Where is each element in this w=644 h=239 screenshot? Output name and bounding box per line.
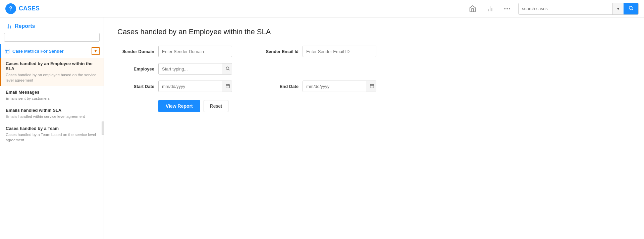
search-submit-button[interactable] (624, 3, 638, 14)
svg-rect-8 (5, 49, 9, 53)
end-date-calendar-button[interactable] (366, 81, 376, 92)
svg-point-3 (629, 6, 632, 9)
action-row: View Report Reset (158, 100, 631, 112)
sidebar-item-3[interactable]: Cases handled by a Team Cases handled by… (0, 123, 104, 146)
sidebar-item-desc-2: Emails handled within service level agre… (6, 114, 99, 119)
sidebar-item-title-1: Email Messages (6, 90, 99, 95)
sender-domain-label: Sender Domain (117, 49, 154, 54)
sidebar-item-desc-3: Cases handled by a Team based on the ser… (6, 132, 99, 143)
start-date-row: Start Date (117, 81, 241, 92)
svg-rect-17 (370, 84, 374, 88)
svg-rect-13 (226, 84, 230, 88)
end-date-wrapper (303, 81, 376, 92)
sidebar-item-desc-1: Emails sent by customers (6, 96, 99, 101)
sidebar-item-0[interactable]: Cases handled by an Employee within the … (0, 58, 104, 86)
sidebar-item-title-2: Emails handled within SLA (6, 108, 99, 113)
start-date-label: Start Date (117, 84, 154, 89)
sender-email-input[interactable] (303, 46, 376, 57)
sidebar-item-title-0: Cases handled by an Employee within the … (6, 61, 99, 71)
app-title: CASES (19, 5, 40, 12)
sidebar-active-label: Case Metrics For Sender (12, 49, 63, 54)
sender-email-label: Sender Email Id (262, 49, 299, 54)
end-date-input[interactable] (303, 81, 366, 92)
svg-line-12 (229, 69, 230, 70)
page-title: Cases handled by an Employee within the … (117, 28, 631, 36)
employee-row: Employee (117, 63, 241, 75)
sidebar-active-item[interactable]: Case Metrics For Sender ▼ (0, 44, 104, 58)
sidebar-item-desc-0: Cases handled by an employee based on th… (6, 72, 99, 83)
sidebar-content: Case Metrics For Sender ▼ Cases handled … (0, 44, 104, 239)
sidebar-item-title-3: Cases handled by a Team (6, 126, 99, 131)
start-date-input[interactable] (159, 81, 222, 92)
logo-icon: ? (5, 3, 16, 14)
more-button[interactable]: ••• (501, 2, 514, 15)
search-dropdown-button[interactable]: ▼ (612, 3, 624, 14)
start-date-wrapper (158, 81, 232, 92)
sidebar-search-input[interactable] (4, 33, 100, 42)
view-report-button[interactable]: View Report (158, 100, 200, 112)
employee-input-wrapper (158, 63, 232, 75)
end-date-label: End Date (262, 84, 299, 89)
employee-input[interactable] (159, 63, 222, 74)
search-bar: ▼ (518, 3, 639, 15)
app-logo: ? CASES (5, 3, 40, 14)
sidebar: Reports Case Metrics For Sender ▼ Cases … (0, 17, 104, 239)
svg-line-4 (632, 9, 633, 10)
end-date-row: End Date (262, 81, 386, 92)
sender-email-row: Sender Email Id (262, 46, 386, 57)
start-date-calendar-button[interactable] (222, 81, 232, 92)
sidebar-dropdown-button[interactable]: ▼ (92, 47, 100, 55)
sidebar-title: Reports (15, 23, 35, 29)
main-content: Cases handled by an Employee within the … (104, 17, 644, 239)
employee-search-button[interactable] (222, 63, 232, 74)
top-nav: ? CASES ••• ▼ (0, 0, 644, 17)
report-form: Sender Domain Sender Email Id Employee (117, 46, 386, 92)
reset-button[interactable]: Reset (204, 100, 229, 112)
sidebar-header: Reports (0, 17, 104, 33)
charts-button[interactable] (483, 2, 497, 15)
svg-point-11 (226, 67, 229, 69)
employee-label: Employee (117, 66, 154, 71)
search-input[interactable] (519, 3, 612, 14)
sender-domain-input[interactable] (158, 46, 232, 57)
sidebar-item-2[interactable]: Emails handled within SLA Emails handled… (0, 104, 104, 123)
home-button[interactable] (466, 2, 479, 15)
sidebar-item-1[interactable]: Email Messages Emails sent by customers (0, 86, 104, 104)
sidebar-collapse-button[interactable]: ‹ (102, 122, 104, 135)
case-metrics-icon (4, 48, 10, 54)
reports-icon (5, 23, 12, 30)
app-body: Reports Case Metrics For Sender ▼ Cases … (0, 17, 644, 239)
sender-domain-row: Sender Domain (117, 46, 241, 57)
